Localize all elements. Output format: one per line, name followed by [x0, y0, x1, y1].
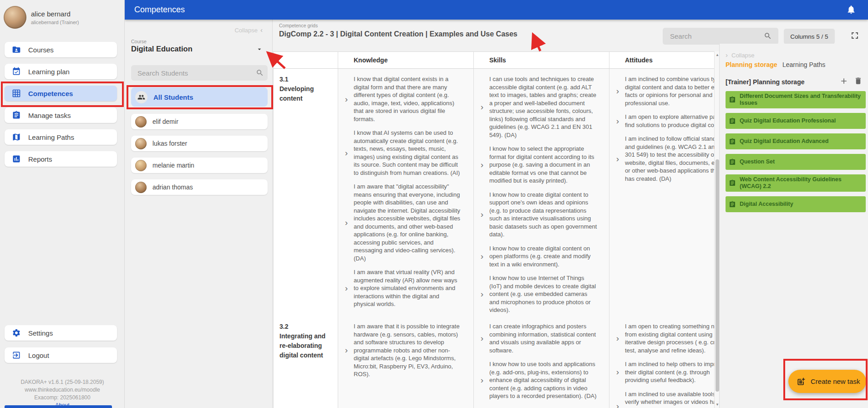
sidebar-item-reports[interactable]: Reports	[5, 151, 117, 167]
descriptor: ›I am open to creating something new fro…	[614, 322, 714, 354]
descriptor-text: I can use tools and techniques to create…	[489, 75, 598, 139]
expand-chevron-icon[interactable]: ›	[343, 285, 350, 292]
sidebar-item-logout[interactable]: Logout	[5, 347, 117, 363]
people-icon	[135, 91, 147, 103]
descriptor-text: I know how to create digital content to …	[489, 191, 598, 239]
descriptor: ›I am aware that "digital accessibility"…	[343, 183, 470, 262]
expand-chevron-icon[interactable]: ›	[343, 149, 350, 157]
storage-item-digital-accessibility[interactable]: Digital Accessibility	[726, 196, 866, 212]
descriptor-text: I am open to explore alternative paths t…	[625, 113, 714, 129]
expand-chevron-icon[interactable]: ›	[614, 87, 621, 95]
app-root: alice bernard alicebernard (Trainer) Cou…	[0, 0, 868, 408]
descriptor-text: I know how to use tools and applications…	[489, 360, 598, 400]
avatar	[135, 160, 147, 171]
chevron-down-icon[interactable]	[256, 46, 263, 53]
all-students-row[interactable]: All Students	[131, 87, 268, 107]
descriptor-text: I know how to select the appropriate for…	[489, 145, 598, 185]
storage-item-question-set[interactable]: Question Set	[726, 154, 866, 170]
competence-row-label: 3.1Developing content	[274, 69, 338, 325]
expand-chevron-icon[interactable]: ›	[478, 161, 486, 168]
storage-item-label: Digital Accessibility	[740, 201, 793, 208]
sidebar-item-learning-plan[interactable]: Learning plan	[5, 64, 117, 79]
storage-item-label: Web Content Accessibility Guidelines (WC…	[740, 176, 862, 190]
expand-chevron-icon[interactable]: ›	[478, 211, 486, 218]
notifications-bell-icon[interactable]	[846, 5, 856, 15]
sidebar-item-label: Manage tasks	[28, 112, 71, 119]
sidebar-item-competences[interactable]: Competences	[5, 86, 117, 101]
sidebar-item-settings[interactable]: Settings	[5, 325, 117, 341]
student-row-lukas-forster[interactable]: lukas forster	[131, 136, 268, 151]
expand-chevron-icon[interactable]: ›	[614, 155, 621, 163]
planning-storage-panel: ›Collapse Planning storage Learning Path…	[719, 44, 868, 408]
expand-chevron-icon[interactable]: ›	[343, 96, 350, 103]
tab-learning-paths[interactable]: Learning Paths	[782, 61, 825, 68]
clipboard-icon	[12, 111, 21, 120]
cell-attitudes-3.2: ›I am open to creating something new fro…	[609, 316, 714, 408]
create-new-task-button[interactable]: Create new task	[788, 370, 866, 393]
student-row-elif-demir[interactable]: elif demir	[131, 114, 268, 129]
sidebar-item-label: Courses	[28, 46, 54, 54]
expand-chevron-icon[interactable]: ›	[478, 377, 486, 384]
descriptor: ›I can create infographics and posters c…	[478, 322, 605, 354]
descriptor-text: I am open to creating something new from…	[625, 322, 714, 354]
folder-account-icon	[12, 45, 21, 54]
grid-search-input[interactable]	[663, 28, 778, 45]
descriptor: ›I am inclined to help others to improve…	[614, 360, 714, 384]
expand-chevron-icon[interactable]: ›	[343, 219, 350, 226]
storage-item-quiz-digital-education-advanced[interactable]: Quiz Digital Education Advanced	[726, 133, 866, 149]
expand-chevron-icon[interactable]: ›	[478, 335, 486, 342]
grid-eyebrow: Competence grids	[279, 23, 318, 28]
task-card-icon	[729, 138, 736, 145]
expand-chevron-icon[interactable]: ›	[614, 368, 621, 376]
sidebar-item-label: Competences	[28, 90, 73, 97]
columns-button[interactable]: Columns 5 / 5	[784, 29, 835, 44]
descriptor-text: I can create infographics and posters co…	[489, 322, 598, 354]
trash-icon[interactable]	[854, 76, 863, 85]
expand-chevron-icon[interactable]: ›	[614, 403, 621, 408]
scrollbar-thumb[interactable]	[716, 159, 719, 392]
collapse-right-panel-button[interactable]: ›Collapse	[726, 51, 755, 59]
course-select[interactable]: Digital Education	[131, 45, 193, 53]
student-name: lukas forster	[152, 140, 187, 147]
competence-title: Developing content	[279, 84, 332, 103]
table-row: 3.1Developing content›I know that digita…	[274, 69, 714, 316]
fullscreen-icon[interactable]	[849, 30, 860, 41]
task-card-icon	[729, 201, 736, 208]
descriptor-text: I am aware that "digital accessibility" …	[354, 183, 462, 262]
avatar	[135, 182, 147, 193]
storage-item-quiz-digital-education-professional[interactable]: Quiz Digital Education Professional	[726, 113, 866, 129]
table-corner-cell	[274, 52, 338, 69]
column-header-skills: Skills	[474, 52, 609, 69]
expand-chevron-icon[interactable]: ›	[343, 347, 350, 354]
add-storage-item-icon[interactable]	[839, 76, 848, 86]
avatar[interactable]	[4, 6, 26, 29]
task-card-icon	[729, 117, 736, 125]
sidebar-nav: CoursesLearning planCompetencesManage ta…	[5, 42, 117, 173]
sidebar-item-label: Learning plan	[28, 68, 70, 76]
chevron-right-icon: ›	[726, 51, 728, 59]
tab-planning-storage[interactable]: Planning storage	[726, 61, 777, 68]
expand-chevron-icon[interactable]: ›	[614, 335, 621, 342]
search-students-input[interactable]	[131, 65, 268, 81]
sidebar-item-manage-tasks[interactable]: Manage tasks	[5, 107, 117, 123]
sidebar-item-learning-paths[interactable]: Learning Paths	[5, 129, 117, 145]
expand-chevron-icon[interactable]: ›	[614, 117, 621, 125]
storage-title: [Trainer] Planning storage	[726, 78, 804, 86]
app-url: www.thinkeducation.eu/moodle	[0, 386, 125, 394]
storage-item-different-document-sizes-and-transferability-issues[interactable]: Different Document Sizes and Transferabi…	[726, 91, 866, 108]
expand-chevron-icon[interactable]: ›	[478, 253, 486, 260]
student-row-melanie-martin[interactable]: melanie martin	[131, 158, 268, 173]
student-row-adrian-thomas[interactable]: adrian thomas	[131, 179, 268, 195]
descriptor-text: I know how to integrate digital content …	[489, 406, 598, 408]
cell-knowledge-3.1: ›I know that digital content exists in a…	[338, 69, 474, 325]
search-icon	[256, 69, 264, 77]
cell-attitudes-3.1: ›I am inclined to combine various types …	[609, 69, 714, 325]
expand-chevron-icon[interactable]: ›	[478, 291, 486, 298]
storage-item-web-content-accessibility-guidelines-wcag-2-2[interactable]: Web Content Accessibility Guidelines (WC…	[726, 174, 866, 192]
sidebar-item-courses[interactable]: Courses	[5, 42, 117, 57]
descriptor: ›I am inclined to follow official standa…	[614, 135, 714, 183]
collapse-course-panel-button[interactable]: Collapse‹	[234, 26, 263, 34]
storage-item-list: Different Document Sizes and Transferabi…	[726, 91, 866, 217]
descriptor: ›I know that AI systems can be used to a…	[343, 129, 470, 177]
expand-chevron-icon[interactable]: ›	[478, 103, 486, 111]
